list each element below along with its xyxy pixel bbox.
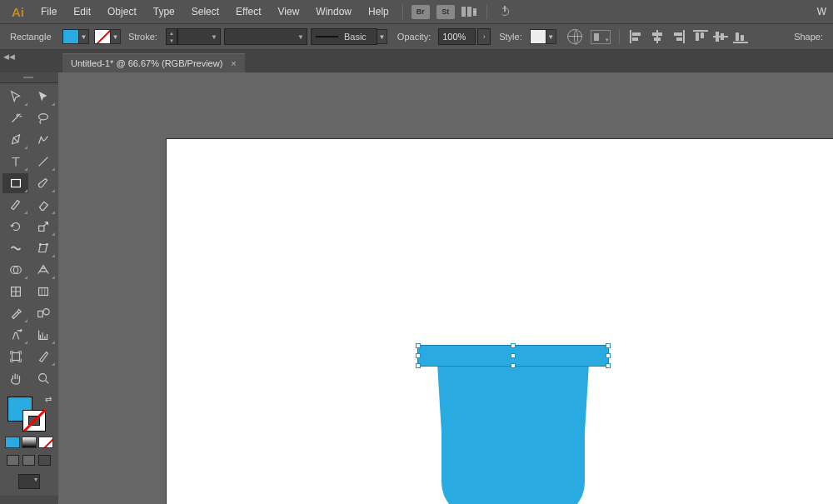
stroke-weight-field[interactable]: ▲▼ ▼ [166, 28, 221, 45]
none-mode-icon[interactable] [38, 437, 53, 448]
align-to-icon[interactable]: ▾ [591, 30, 611, 44]
screen-mode-button[interactable] [18, 474, 40, 489]
variable-width-dropdown[interactable]: ▼ [224, 28, 307, 45]
resize-handle-icon[interactable] [416, 343, 421, 348]
arrange-documents-icon[interactable]: ▾ [461, 6, 478, 17]
artboard-tool[interactable] [2, 347, 28, 367]
center-handle-icon[interactable] [511, 353, 516, 358]
gradient-tool[interactable] [30, 282, 56, 302]
slice-tool[interactable] [30, 347, 56, 367]
lasso-tool[interactable] [30, 108, 56, 128]
chevron-down-icon[interactable]: ▼ [546, 29, 556, 44]
menu-effect[interactable]: Effect [227, 6, 269, 17]
zoom-tool[interactable] [30, 368, 56, 388]
menu-file[interactable]: File [32, 6, 65, 17]
magic-wand-tool[interactable] [2, 108, 28, 128]
color-mode-row [2, 435, 56, 450]
align-bottom-icon[interactable] [733, 30, 748, 43]
pencil-tool[interactable] [2, 195, 28, 215]
blend-tool[interactable] [30, 303, 56, 323]
gpu-preview-icon[interactable] [497, 6, 512, 17]
opacity-label[interactable]: Opacity: [392, 32, 436, 42]
mesh-tool[interactable] [2, 282, 28, 302]
eraser-tool[interactable] [30, 195, 56, 215]
swap-fill-stroke-icon[interactable]: ⇄ [45, 395, 52, 404]
opacity-input[interactable]: 100% [438, 28, 476, 45]
menu-help[interactable]: Help [360, 6, 397, 17]
fill-stroke-control[interactable]: ⇄ [2, 393, 56, 433]
svg-point-13 [38, 374, 46, 382]
fill-swatch[interactable]: ▼ [62, 29, 89, 44]
stroke-proxy-icon[interactable] [22, 410, 46, 432]
resize-handle-icon[interactable] [511, 343, 516, 348]
graphic-style-swatch[interactable]: ▼ [530, 29, 556, 44]
tools-panel-grip[interactable] [0, 72, 58, 83]
rectangle-tool[interactable] [2, 173, 28, 193]
free-transform-tool[interactable] [30, 238, 56, 258]
style-label[interactable]: Style: [494, 32, 527, 42]
canvas-area[interactable] [58, 72, 833, 504]
separator [486, 4, 487, 19]
resize-handle-icon[interactable] [416, 363, 421, 368]
menu-object[interactable]: Object [99, 6, 145, 17]
curvature-tool[interactable] [30, 130, 56, 150]
align-vcenter-icon[interactable] [713, 30, 728, 43]
bridge-icon[interactable]: Br [412, 5, 430, 19]
draw-behind-icon[interactable] [22, 455, 35, 466]
shape-label[interactable]: Shape: [789, 32, 828, 42]
color-mode-icon[interactable] [5, 437, 20, 448]
draw-normal-icon[interactable] [7, 455, 19, 466]
pen-tool[interactable] [2, 130, 28, 150]
stroke-weight-dropdown[interactable]: ▼ [177, 28, 221, 45]
align-left-icon[interactable] [630, 30, 645, 43]
selected-rectangle[interactable] [418, 346, 608, 366]
resize-handle-icon[interactable] [606, 363, 611, 368]
gradient-mode-icon[interactable] [22, 437, 37, 448]
menu-edit[interactable]: Edit [65, 6, 99, 17]
stroke-swatch[interactable]: ▼ [94, 29, 121, 44]
direct-selection-tool[interactable] [30, 87, 56, 107]
tools-panel: ⇄ [0, 83, 58, 496]
opacity-chevron-icon[interactable]: › [477, 28, 491, 45]
workspace: ⇄ [0, 72, 833, 504]
scale-tool[interactable] [30, 217, 56, 237]
column-graph-tool[interactable] [30, 325, 56, 345]
svg-point-11 [20, 330, 21, 331]
stock-icon[interactable]: St [436, 5, 455, 19]
document-tabstrip: ◀◀ Untitled-1* @ 66.67% (RGB/Preview) × [0, 50, 833, 72]
resize-handle-icon[interactable] [416, 353, 421, 358]
align-top-icon[interactable] [693, 30, 708, 43]
close-tab-icon[interactable]: × [231, 58, 236, 68]
align-hcenter-icon[interactable] [650, 30, 665, 43]
artwork-bucket-shape[interactable] [441, 364, 585, 504]
spinner-icon[interactable]: ▲▼ [166, 28, 177, 45]
chevron-down-icon[interactable]: ▼ [79, 29, 89, 44]
resize-handle-icon[interactable] [511, 363, 516, 368]
hand-tool[interactable] [2, 368, 28, 388]
chevron-down-icon[interactable]: ▼ [111, 29, 121, 44]
menu-view[interactable]: View [270, 6, 308, 17]
document-tab[interactable]: Untitled-1* @ 66.67% (RGB/Preview) × [62, 53, 245, 72]
symbol-sprayer-tool[interactable] [2, 325, 28, 345]
type-tool[interactable] [2, 152, 28, 172]
width-tool[interactable] [2, 238, 28, 258]
rotate-tool[interactable] [2, 217, 28, 237]
collapse-panel-icon[interactable]: ◀◀ [3, 52, 15, 61]
perspective-grid-tool[interactable] [30, 260, 56, 280]
resize-handle-icon[interactable] [606, 353, 611, 358]
selection-tool[interactable] [2, 87, 28, 107]
recolor-artwork-icon[interactable] [567, 29, 582, 44]
resize-handle-icon[interactable] [606, 343, 611, 348]
eyedropper-tool[interactable] [2, 303, 28, 323]
menu-select[interactable]: Select [183, 6, 227, 17]
chevron-down-icon[interactable]: ▼ [377, 29, 387, 44]
shape-builder-tool[interactable] [2, 260, 28, 280]
brush-definition[interactable]: Basic ▼ [311, 28, 387, 45]
paintbrush-tool[interactable] [30, 173, 56, 193]
draw-inside-icon[interactable] [38, 455, 51, 466]
menu-window[interactable]: Window [307, 6, 360, 17]
line-tool[interactable] [30, 152, 56, 172]
menu-type[interactable]: Type [145, 6, 183, 17]
align-right-icon[interactable] [670, 30, 685, 43]
stroke-label[interactable]: Stroke: [123, 32, 162, 42]
